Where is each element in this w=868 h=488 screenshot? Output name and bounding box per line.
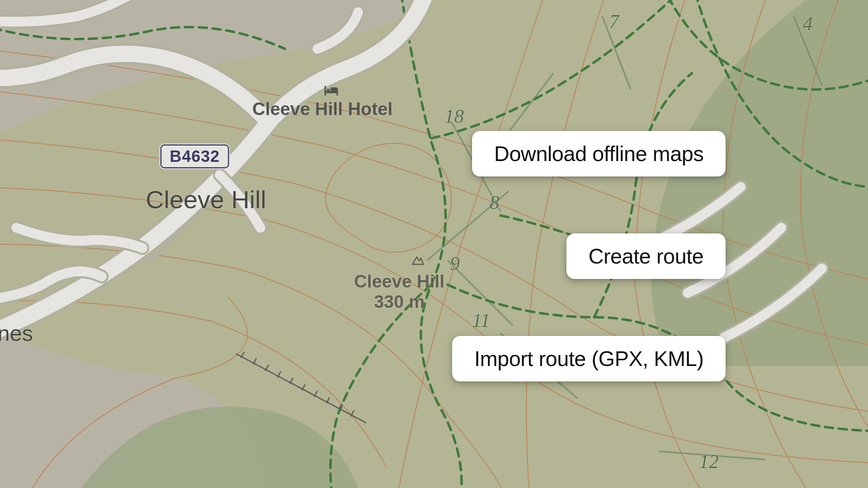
map-svg <box>0 0 868 488</box>
map-canvas[interactable]: Cleeve Hill Cleeve Hill Hotel Cleeve Hil… <box>0 0 868 488</box>
action-menu: Download offline maps Create route Impor… <box>452 131 726 381</box>
hotel-icon <box>322 81 340 99</box>
create-route-button[interactable]: Create route <box>566 233 726 279</box>
download-offline-maps-button[interactable]: Download offline maps <box>472 131 726 176</box>
peak-icon <box>411 252 425 267</box>
import-route-button[interactable]: Import route (GPX, KML) <box>452 336 726 381</box>
road-shield-b4632: B4632 <box>160 144 229 168</box>
